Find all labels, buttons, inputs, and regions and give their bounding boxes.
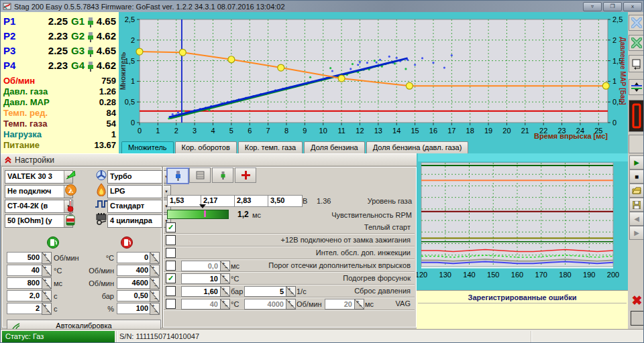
clear-map-blue-button[interactable] (629, 15, 644, 31)
param-value: 13.67 (68, 140, 116, 150)
spinner-button[interactable]: +− (42, 277, 52, 289)
reducer-type-dropdown[interactable]: СТ-04-2К (в▼ (5, 200, 73, 213)
spinner-button[interactable]: +− (220, 261, 230, 271)
petrol-value-field[interactable]: 100 (117, 303, 151, 314)
osc-open-button[interactable] (629, 184, 644, 198)
option-value-field[interactable]: 1,60 (181, 286, 221, 297)
blue-x-icon (631, 17, 642, 28)
svg-text:4: 4 (211, 127, 215, 135)
aspiration-dropdown[interactable]: Турбо▼ (107, 170, 171, 184)
add-point-button[interactable] (235, 167, 256, 183)
tab-3[interactable]: Кор. темп. газа (238, 141, 303, 153)
signal-dropdown[interactable]: Стандарт▼ (107, 200, 171, 213)
blank-indicator-button[interactable] (629, 135, 644, 153)
osc-save-button[interactable] (629, 198, 644, 212)
petrol-value-field[interactable]: 0 (117, 252, 151, 263)
cylinders-dropdown[interactable]: 4 цилиндра▼ (107, 214, 171, 228)
spinner-button[interactable]: +− (220, 299, 230, 310)
multiplier-chart[interactable]: 0123456789101112131415161718192021222324… (119, 12, 628, 141)
close-button[interactable]: x (623, 2, 642, 11)
tab-5[interactable]: Доля бензина (давл. газа) (366, 141, 469, 153)
gas-value-field[interactable]: 2 (7, 303, 42, 314)
spinner-button[interactable]: +− (150, 303, 160, 315)
minimize-button[interactable]: ▿ (583, 2, 602, 11)
osc-stop-button[interactable]: ■ (629, 169, 644, 184)
spinner-button[interactable]: +− (150, 277, 160, 289)
rpm-sensitivity-slider[interactable] (167, 210, 229, 219)
spin-minus-icon: − (225, 303, 228, 309)
option-value-field[interactable]: 4000 (244, 299, 286, 310)
gas-value-field[interactable]: 800 (7, 277, 42, 289)
gas-value-field[interactable]: 2,0 (7, 290, 42, 301)
spinner-button[interactable]: +− (150, 290, 160, 302)
slider-thumb[interactable] (204, 210, 206, 217)
spinner-button[interactable]: +− (150, 252, 160, 264)
table-view-button[interactable] (189, 167, 211, 183)
injector-type-dropdown[interactable]: VALTEK 30 3▼ (5, 170, 73, 184)
spinner-button[interactable]: +− (354, 299, 364, 310)
gas-value-field[interactable]: 500 (7, 252, 42, 263)
settings-header[interactable]: Настройки (1, 154, 417, 166)
loop-range-button[interactable] (629, 55, 644, 72)
restore-button[interactable]: ❐ (603, 2, 622, 11)
spinner-button[interactable]: +− (42, 265, 52, 277)
gas-temp-sensor-dropdown[interactable]: 50 [kOhm] (у▼ (5, 214, 73, 228)
clear-map-green-button[interactable] (629, 35, 644, 51)
center-lines-button[interactable] (629, 79, 644, 95)
option-checkbox[interactable]: ✓ (166, 273, 176, 283)
petrol-value-field[interactable]: 0,50 (117, 290, 151, 301)
spinner-button[interactable]: +− (150, 265, 160, 277)
option-value-field[interactable]: 5 (244, 286, 286, 297)
tab-2[interactable]: Кор. оборотов (175, 141, 237, 153)
spinner-button[interactable]: +− (220, 273, 230, 284)
svg-text:18: 18 (466, 127, 474, 135)
option-checkbox[interactable] (166, 248, 176, 258)
param-label: Об/мин (3, 76, 35, 86)
gas-injection-time: 4.65 (81, 15, 116, 27)
gas-level-field-1[interactable]: 1,53 (167, 195, 202, 207)
gas-value-field[interactable]: 40 (7, 265, 42, 276)
petrol-value-field[interactable]: 4600 (117, 277, 151, 289)
osc-scroll-left-button[interactable]: ◀ (629, 212, 644, 226)
option-value-field[interactable]: 40 (181, 299, 221, 310)
param-value: 1.26 (68, 86, 116, 96)
injector-row: P22.23G24.62 (1, 30, 119, 45)
injector-view-button[interactable] (166, 167, 189, 184)
petrol-value-field[interactable]: 400 (117, 265, 151, 276)
osc-scroll-right-button[interactable]: ▶ (629, 226, 644, 240)
option-value-field[interactable]: 0,0 (181, 261, 221, 271)
option-checkbox[interactable] (166, 235, 176, 245)
clear-errors-button[interactable]: ✖ (630, 293, 644, 309)
osc-play-button[interactable]: ▶ (629, 155, 644, 169)
slider-marker-icon (199, 204, 206, 208)
grid-icon (196, 171, 205, 180)
param-row: Об/мин759 (1, 76, 119, 86)
param-row: Давл. MAP0.28 (1, 97, 119, 108)
option-checkbox[interactable] (166, 299, 176, 309)
option-checkbox[interactable] (166, 261, 176, 271)
right-arrow-icon: ▶ (634, 229, 639, 236)
spinner-button[interactable]: +− (220, 286, 230, 297)
option-checkbox[interactable] (166, 286, 176, 296)
gas-level-field-4[interactable]: 3,50 (268, 195, 303, 207)
fuel-type-dropdown[interactable]: LPG▼ (107, 185, 171, 198)
spinner-button[interactable]: +− (286, 299, 296, 310)
spin-minus-icon: − (154, 271, 158, 276)
oscilloscope-chart[interactable]: 120130140150160170180190200 (417, 153, 628, 290)
svg-text:190: 190 (583, 271, 595, 279)
spinner-button[interactable]: +− (42, 303, 52, 315)
gas-level-field-3[interactable]: 2,83 (234, 195, 269, 207)
option-value-field[interactable]: 20 (325, 299, 355, 310)
option-checkbox[interactable]: ✓ (166, 222, 176, 232)
tuning-group: Стандарт 1,53 2,17 2,83 3,50 В 1.36 Уров… (163, 167, 417, 328)
option-value-field[interactable]: 10 (181, 273, 221, 284)
lambda-dropdown[interactable]: Не подключ▼ (5, 185, 73, 198)
spinner-button[interactable]: +− (42, 252, 52, 264)
tab-4[interactable]: Доля бензина (304, 141, 365, 153)
tab-1[interactable]: Множитель (121, 141, 174, 153)
small-injector-button[interactable] (212, 167, 233, 183)
right-toolbar: ▶ ■ ◀ ▶ (628, 12, 644, 329)
errors-indicator-box[interactable] (631, 311, 644, 326)
spinner-button[interactable]: +− (42, 290, 52, 302)
spinner-button[interactable]: +− (286, 286, 296, 297)
